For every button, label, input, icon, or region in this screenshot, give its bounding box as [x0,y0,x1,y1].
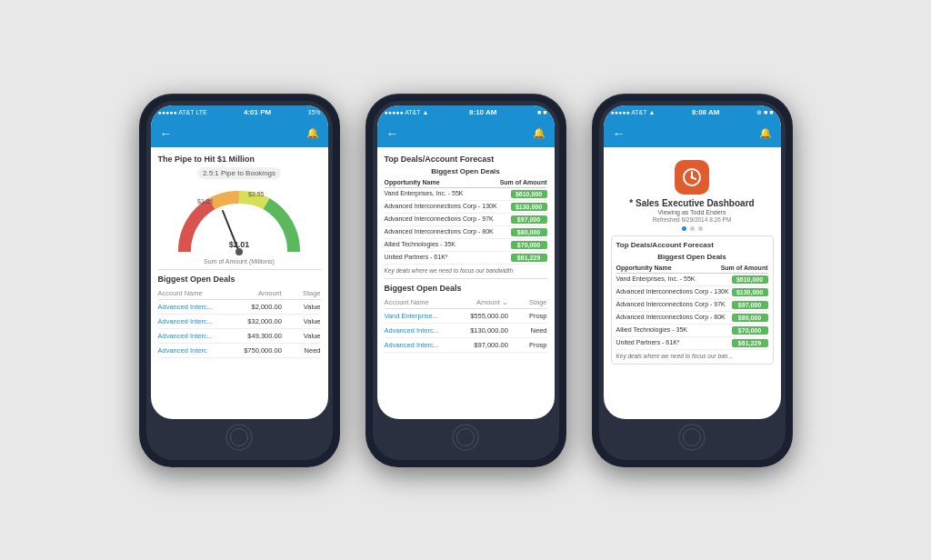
fh-opp-3: Opportunity Name [616,265,672,271]
dashboard-title: * Sales Executive Dashboard [611,198,774,208]
dot-indicators [611,226,774,231]
battery-3: ⊕ ■ ■ [756,109,773,116]
forecast-row[interactable]: United Partners - 61K* $61,229 [616,337,768,350]
bell-icon-2[interactable]: 🔔 [533,127,546,139]
forecast-row[interactable]: United Partners - 61K* $61,229 [385,252,547,265]
content-3: * Sales Executive Dashboard Viewing as T… [604,147,781,372]
dashboard-icon-circle [675,160,709,195]
forecast-row[interactable]: Advanced Interconnections Corp - 80K $80… [385,226,547,239]
forecast-row[interactable]: Advanced Interconnections Corp - 130K $1… [385,201,547,214]
home-button-1[interactable] [225,424,253,451]
col-header-amount-2: Amount ⌄ [462,298,508,306]
forecast-row[interactable]: Advanced Interconnections Corp - 97K $97… [616,299,768,312]
gauge-subtitle: Sum of Amount (Millions) [158,258,321,265]
home-button-3[interactable] [678,424,706,451]
nav-bar-1: ← 🔔 [151,120,328,147]
battery-1: 35% [307,109,320,115]
forecast-row[interactable]: Vand Enterprises, Inc. - 55K $610,000 [385,188,547,201]
table-row[interactable]: Vand Enterprise... $555,000.00 Prosp [385,309,547,324]
phone-3: ●●●●● AT&T ▲ 8:08 AM ⊕ ■ ■ ← 🔔 [592,94,793,467]
row-name: Advanced Interc [158,346,235,355]
row-amount: $97,000.00 [462,341,508,349]
row-name: Advanced Interc... [158,303,235,311]
open-deals-2: Biggest Open Deals [385,284,547,293]
forecast-row[interactable]: Advanced Interconnections Corp - 130K $1… [616,286,768,299]
svg-text:$2.01: $2.01 [229,240,250,249]
deals-section-1: Biggest Open Deals [158,275,321,284]
col-header-stage-1: Stage [282,289,321,297]
table-row[interactable]: Advanced Interc... $32,000.00 Value [158,315,321,329]
amount-badge: $80,000 [511,228,547,236]
bell-icon-3[interactable]: 🔔 [759,127,772,139]
opp-name: Advanced Interconnections Corp - 80K [385,228,511,235]
table-row[interactable]: Advanced Interc... $97,000.00 Prosp [385,338,547,353]
back-icon-2[interactable]: ← [386,126,399,141]
forecast-row[interactable]: Allied Technologies - 35K $70,000 [616,325,768,337]
row-amount: $555,000.00 [462,312,508,320]
row-stage: Prosp [508,341,547,349]
back-icon-1[interactable]: ← [160,126,173,141]
sort-icon[interactable]: ⌄ [502,298,508,306]
dot-1[interactable] [682,226,686,231]
row-name: Advanced Interc... [385,341,462,349]
forecast-card: Top Deals/Account Forecast Biggest Open … [611,235,774,365]
opp-name: Advanced Interconnections Corp - 130K [616,288,732,295]
battery-2: ■ ■ [537,109,546,115]
table-row[interactable]: Advanced Interc $750,000.00 Need [158,344,321,358]
amount-badge: $130,000 [732,288,768,296]
content-2: Top Deals/Account Forecast Biggest Open … [377,147,555,360]
forecast-row[interactable]: Advanced Interconnections Corp - 80K $80… [616,312,768,325]
opp-name: Advanced Interconnections Corp - 97K [616,301,732,308]
amount-badge: $80,000 [732,314,768,322]
gauge-svg: $0.00 $1.25 $2.55 $3.00 $2.01 [158,184,321,256]
col-header-name-2: Account Name [385,298,462,306]
phones-container: ●●●●● AT&T LTE 4:01 PM 35% ← 🔔 The Pipe … [121,75,811,485]
svg-text:$2.55: $2.55 [248,191,265,197]
bell-icon-1[interactable]: 🔔 [306,127,319,139]
carrier-3: ●●●●● AT&T ▲ [611,109,656,115]
back-icon-3[interactable]: ← [613,126,626,141]
col-header-name-1: Account Name [158,289,235,297]
opp-name: United Partners - 61K* [385,254,511,261]
amount-badge: $610,000 [732,275,768,284]
phone-1: ●●●●● AT&T LTE 4:01 PM 35% ← 🔔 The Pipe … [139,94,340,467]
table-row[interactable]: Advanced Interc... $49,300.00 Value [158,329,321,344]
svg-point-10 [691,175,694,178]
row-amount: $130,000.00 [462,326,508,335]
forecast-row[interactable]: Allied Technologies - 35K $70,000 [385,239,547,252]
amount-badge: $130,000 [511,203,547,211]
content-1: The Pipe to Hit $1 Million 2.5:1 Pipe to… [151,147,328,365]
forecast-note-2: Key deals where we need to focus our ban… [385,267,547,274]
carrier-2: ●●●●● AT&T ▲ [385,109,429,115]
forecast-title-3: Top Deals/Account Forecast [616,241,768,249]
forecast-row[interactable]: Vand Enterprises, Inc. - 55K $610,000 [616,274,768,286]
row-stage: Need [282,346,321,355]
time-1: 4:01 PM [244,108,271,116]
viewing-as: Viewing as Todd Enders [611,209,774,215]
amount-badge: $97,000 [511,215,547,224]
opp-name: Advanced Interconnections Corp - 97K [385,215,511,223]
row-name: Advanced Interc... [158,332,235,340]
row-amount: $32,000.00 [235,317,282,325]
home-button-2[interactable] [452,424,479,451]
dot-3[interactable] [698,226,703,231]
fh-opp: Opportunity Name [385,179,440,185]
row-name: Advanced Interc... [385,326,462,335]
row-stage: Prosp [508,312,547,320]
gauge-label: 2.5:1 Pipe to Bookings [197,167,281,179]
amount-badge: $61,229 [511,254,547,262]
table-row[interactable]: Advanced Interc... $2,000.00 Value [158,300,321,315]
dot-2[interactable] [690,226,695,231]
amount-badge: $70,000 [732,326,768,335]
nav-bar-3: ← 🔔 [604,120,781,147]
table-header-1: Account Name Amount Stage [158,287,321,300]
amount-badge: $610,000 [511,190,547,198]
amount-badge: $61,229 [732,339,768,347]
row-amount: $750,000.00 [235,346,282,355]
gauge-container: 2.5:1 Pipe to Bookings [158,167,321,265]
opp-name: Advanced Interconnections Corp - 80K [616,314,732,321]
opp-name: Allied Technologies - 35K [385,241,511,248]
forecast-row[interactable]: Advanced Interconnections Corp - 97K $97… [385,214,547,226]
col-header-stage-2: Stage [508,298,547,306]
table-row[interactable]: Advanced Interc... $130,000.00 Need [385,324,547,338]
